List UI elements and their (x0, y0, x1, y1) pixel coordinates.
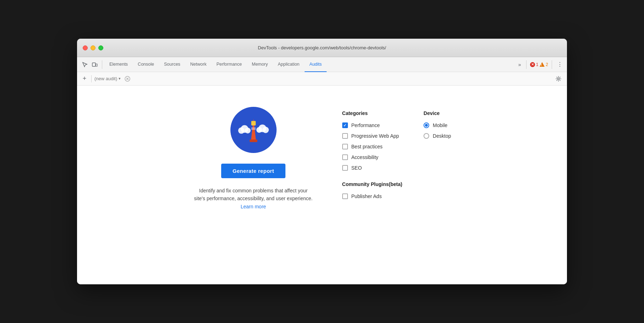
device-mobile[interactable]: Mobile (424, 122, 451, 128)
traffic-lights (83, 45, 103, 50)
pwa-checkbox[interactable] (342, 133, 348, 139)
title-bar: DevTools - developers.google.com/web/too… (77, 39, 567, 57)
audit-selector-label: (new audit) (94, 76, 117, 81)
svg-rect-14 (251, 127, 256, 130)
audit-selector[interactable]: (new audit) ▾ (94, 76, 121, 81)
category-accessibility[interactable]: Accessibility (342, 154, 403, 160)
tab-network[interactable]: Network (185, 57, 212, 72)
window-title: DevTools - developers.google.com/web/too… (258, 45, 386, 50)
categories-group: Performance Progressive Web App Best pra… (342, 122, 403, 171)
devtools-window: DevTools - developers.google.com/web/too… (77, 39, 567, 284)
svg-point-8 (245, 128, 250, 133)
performance-label: Performance (351, 122, 380, 128)
error-icon: ✕ (530, 62, 535, 67)
tab-application[interactable]: Application (273, 57, 304, 72)
error-count: 1 (536, 62, 539, 67)
tab-list: Elements Console Sources Network Perform… (104, 57, 517, 72)
svg-rect-1 (96, 64, 97, 66)
warning-count: 2 (546, 62, 548, 67)
category-best-practices[interactable]: Best practices (342, 144, 403, 149)
learn-more-link[interactable]: Learn more (241, 204, 266, 209)
toolbar-right: » ✕ 1 2 ⋮ (517, 60, 564, 69)
settings-button[interactable] (553, 74, 563, 84)
tab-memory[interactable]: Memory (247, 57, 273, 72)
tab-audits[interactable]: Audits (305, 57, 327, 72)
dropdown-arrow-icon[interactable]: ▾ (119, 76, 121, 81)
category-seo[interactable]: SEO (342, 165, 403, 171)
device-section: Device Mobile Desktop (424, 110, 451, 199)
more-tabs-button[interactable]: » (517, 62, 523, 67)
new-audit-button[interactable]: + (81, 75, 88, 83)
svg-point-5 (558, 78, 560, 80)
minimize-button[interactable] (91, 45, 95, 50)
devtools-toolbar: Elements Console Sources Network Perform… (77, 57, 567, 72)
toolbar-divider (102, 60, 102, 69)
mobile-label: Mobile (433, 122, 447, 128)
warning-triangle-icon (540, 62, 545, 67)
description-text: Identify and fix common problems that af… (193, 187, 314, 210)
device-title: Device (424, 110, 451, 116)
right-panel: Categories Performance Progressive Web A… (342, 107, 451, 199)
right-divider2 (552, 60, 552, 69)
mobile-radio[interactable] (424, 122, 429, 128)
tab-elements[interactable]: Elements (104, 57, 133, 72)
secondary-divider (91, 75, 92, 82)
left-panel: Generate report Identify and fix common … (193, 107, 314, 210)
best-practices-checkbox[interactable] (342, 144, 348, 149)
community-section: Community Plugins(beta) Publisher Ads (342, 181, 403, 199)
svg-rect-0 (92, 63, 95, 66)
publisher-ads-label: Publisher Ads (351, 193, 382, 199)
generate-report-button[interactable]: Generate report (221, 164, 285, 178)
categories-title: Categories (342, 110, 403, 116)
device-toggle-button[interactable] (90, 60, 100, 70)
seo-label: SEO (351, 165, 362, 171)
lighthouse-logo (230, 107, 277, 153)
main-content: Generate report Identify and fix common … (77, 86, 567, 284)
category-pwa[interactable]: Progressive Web App (342, 133, 403, 139)
community-publisher-ads[interactable]: Publisher Ads (342, 193, 403, 199)
close-button[interactable] (83, 45, 88, 50)
accessibility-label: Accessibility (351, 154, 378, 160)
inspect-element-button[interactable] (80, 60, 90, 70)
tab-sources[interactable]: Sources (159, 57, 185, 72)
device-group: Mobile Desktop (424, 122, 451, 139)
categories-section: Categories Performance Progressive Web A… (342, 110, 403, 199)
desktop-label: Desktop (433, 133, 451, 139)
error-badge: ✕ 1 (530, 62, 539, 67)
right-divider (526, 60, 526, 69)
svg-rect-15 (250, 139, 257, 142)
secondary-toolbar: + (new audit) ▾ (77, 72, 567, 86)
clear-audits-button[interactable] (124, 75, 131, 83)
best-practices-label: Best practices (351, 144, 383, 149)
community-title: Community Plugins(beta) (342, 181, 403, 187)
desktop-radio[interactable] (424, 133, 429, 139)
svg-rect-13 (251, 121, 256, 126)
tab-performance[interactable]: Performance (212, 57, 247, 72)
performance-checkbox[interactable] (342, 122, 348, 128)
warning-badge: 2 (540, 62, 548, 67)
maximize-button[interactable] (98, 45, 103, 50)
seo-checkbox[interactable] (342, 165, 348, 171)
community-group: Publisher Ads (342, 193, 403, 199)
pwa-label: Progressive Web App (351, 133, 399, 139)
tab-console[interactable]: Console (133, 57, 159, 72)
svg-point-11 (262, 127, 269, 133)
accessibility-checkbox[interactable] (342, 154, 348, 160)
category-performance[interactable]: Performance (342, 122, 403, 128)
kebab-menu-button[interactable]: ⋮ (556, 61, 564, 68)
device-desktop[interactable]: Desktop (424, 133, 451, 139)
publisher-ads-checkbox[interactable] (342, 193, 348, 199)
